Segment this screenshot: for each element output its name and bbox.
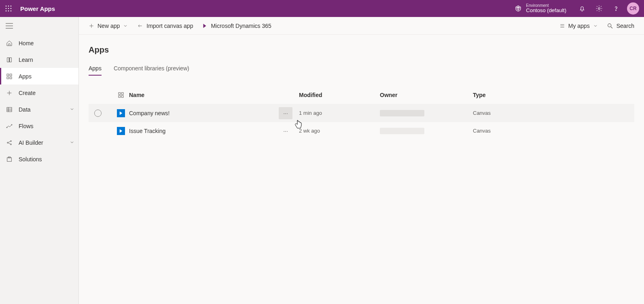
nav-label: Apps — [19, 73, 32, 80]
tab-component-libraries[interactable]: Component libraries (preview) — [114, 65, 189, 76]
cmd-label: Microsoft Dynamics 365 — [211, 23, 271, 29]
row-more-button[interactable]: ··· — [279, 125, 292, 137]
view-filter-button[interactable]: My apps — [559, 23, 598, 29]
data-icon — [6, 106, 13, 113]
search-icon — [607, 23, 613, 29]
row-type: Canvas — [473, 128, 554, 134]
chevron-down-icon — [123, 23, 128, 28]
settings-button[interactable] — [591, 0, 608, 17]
table-row[interactable]: Company news! ··· 1 min ago Canvas — [89, 104, 634, 122]
svg-point-39 — [608, 23, 611, 27]
nav-home[interactable]: Home — [0, 35, 78, 51]
svg-line-29 — [8, 141, 10, 142]
nav-label: Learn — [19, 57, 33, 63]
svg-line-30 — [8, 143, 10, 144]
svg-rect-43 — [119, 95, 121, 97]
new-app-button[interactable]: New app — [89, 23, 128, 29]
nav-solutions[interactable]: Solutions — [0, 151, 78, 167]
left-nav: Home Learn Apps Create Data — [0, 17, 79, 304]
user-avatar[interactable]: CR — [627, 2, 639, 15]
svg-point-0 — [6, 6, 7, 7]
brand-title[interactable]: Power Apps — [20, 5, 55, 12]
hamburger-icon — [6, 23, 13, 29]
svg-line-40 — [611, 27, 612, 28]
app-launcher-button[interactable] — [0, 0, 17, 17]
svg-rect-17 — [10, 77, 12, 79]
gear-icon — [595, 5, 603, 12]
import-canvas-button[interactable]: Import canvas app — [137, 23, 193, 29]
svg-point-9 — [598, 8, 600, 10]
cmd-label: Search — [616, 23, 634, 29]
row-select-circle[interactable] — [94, 110, 102, 117]
solutions-icon — [6, 156, 13, 163]
canvas-app-icon — [117, 127, 125, 135]
global-header: Power Apps Environment Contoso (default)… — [0, 0, 644, 17]
row-name[interactable]: Issue Tracking — [129, 128, 279, 134]
svg-rect-32 — [8, 157, 10, 158]
tabs: Apps Component libraries (preview) — [89, 65, 634, 76]
chevron-down-icon — [70, 139, 74, 146]
svg-point-27 — [11, 140, 12, 141]
apps-icon — [6, 73, 13, 80]
row-name[interactable]: Company news! — [129, 110, 279, 116]
col-type[interactable]: Type — [473, 92, 554, 98]
nav-learn[interactable]: Learn — [0, 51, 78, 68]
environment-icon — [515, 5, 522, 12]
nav-label: Create — [19, 90, 36, 96]
environment-picker[interactable]: Environment Contoso (default) — [507, 0, 574, 17]
svg-rect-14 — [7, 74, 9, 76]
col-owner[interactable]: Owner — [380, 92, 473, 98]
nav-create[interactable]: Create — [0, 84, 78, 101]
svg-point-6 — [6, 11, 7, 12]
table-row[interactable]: Issue Tracking ··· 2 wk ago Canvas — [89, 122, 634, 139]
command-bar: New app Import canvas app Microsoft Dyna… — [79, 17, 644, 35]
col-name[interactable]: Name — [129, 92, 279, 98]
main-area: New app Import canvas app Microsoft Dyna… — [79, 17, 644, 304]
search-button[interactable]: Search — [607, 23, 634, 29]
nav-data[interactable]: Data — [0, 101, 78, 118]
canvas-app-icon — [117, 109, 125, 117]
plus-icon — [6, 90, 13, 96]
row-owner — [380, 110, 424, 116]
cmd-label: My apps — [568, 23, 590, 29]
nav-label: Solutions — [19, 156, 42, 163]
page-title: Apps — [89, 45, 634, 55]
help-button[interactable] — [608, 0, 625, 17]
svg-rect-15 — [10, 74, 12, 76]
nav-apps[interactable]: Apps — [0, 68, 78, 84]
row-more-button[interactable]: ··· — [279, 107, 292, 119]
svg-rect-42 — [121, 93, 123, 95]
svg-point-4 — [8, 8, 9, 9]
svg-point-8 — [11, 11, 12, 12]
col-modified[interactable]: Modified — [299, 92, 380, 98]
svg-point-28 — [11, 144, 12, 145]
nav-ai-builder[interactable]: AI Builder — [0, 134, 78, 151]
tab-apps[interactable]: Apps — [89, 65, 102, 76]
table-header: Name Modified Owner Type — [89, 86, 634, 104]
waffle-icon — [5, 5, 12, 12]
collapse-nav-button[interactable] — [0, 17, 78, 35]
svg-rect-44 — [121, 95, 123, 97]
svg-point-1 — [8, 6, 9, 7]
chevron-down-icon — [70, 106, 74, 113]
nav-flows[interactable]: Flows — [0, 118, 78, 134]
help-icon — [612, 5, 620, 12]
chevron-down-icon — [593, 23, 598, 28]
apps-table: Name Modified Owner Type Company news! ·… — [89, 86, 634, 139]
svg-point-2 — [11, 6, 12, 7]
svg-point-24 — [6, 127, 7, 128]
cmd-label: Import canvas app — [146, 23, 193, 29]
environment-label: Environment — [526, 3, 566, 8]
flow-icon — [6, 123, 13, 129]
dynamics-button[interactable]: Microsoft Dynamics 365 — [202, 23, 271, 29]
app-type-column-icon — [113, 92, 129, 98]
nav-label: Data — [19, 106, 31, 113]
svg-point-7 — [8, 11, 9, 12]
svg-rect-41 — [119, 93, 121, 95]
nav-label: Home — [19, 40, 34, 46]
notifications-button[interactable] — [574, 0, 591, 17]
svg-rect-31 — [7, 158, 12, 161]
home-icon — [6, 40, 13, 46]
row-type: Canvas — [473, 110, 554, 116]
svg-point-3 — [6, 8, 7, 9]
